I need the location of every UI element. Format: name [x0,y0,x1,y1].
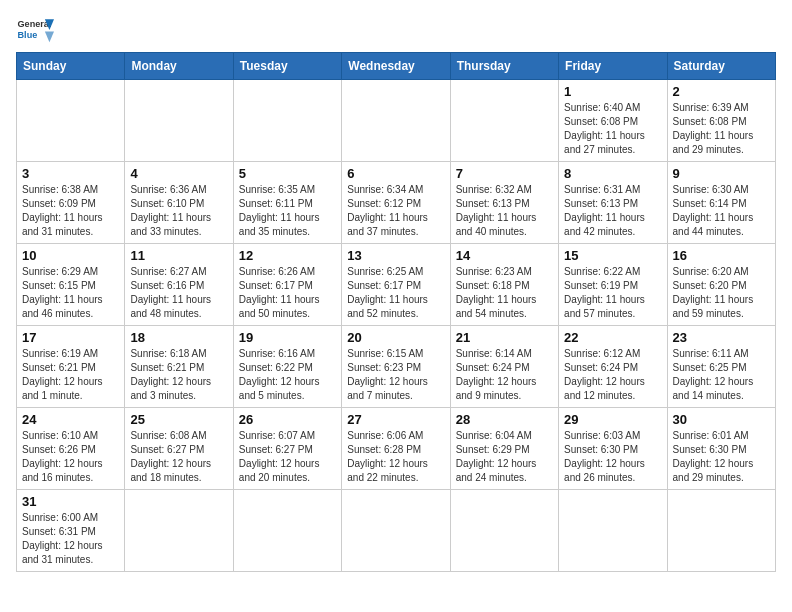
calendar-cell [450,490,558,572]
calendar-cell: 10Sunrise: 6:29 AM Sunset: 6:15 PM Dayli… [17,244,125,326]
day-number: 17 [22,330,119,345]
day-number: 21 [456,330,553,345]
day-header-wednesday: Wednesday [342,53,450,80]
day-info: Sunrise: 6:01 AM Sunset: 6:30 PM Dayligh… [673,429,770,485]
day-info: Sunrise: 6:25 AM Sunset: 6:17 PM Dayligh… [347,265,444,321]
day-number: 8 [564,166,661,181]
calendar-cell: 15Sunrise: 6:22 AM Sunset: 6:19 PM Dayli… [559,244,667,326]
calendar-cell: 18Sunrise: 6:18 AM Sunset: 6:21 PM Dayli… [125,326,233,408]
calendar-cell: 29Sunrise: 6:03 AM Sunset: 6:30 PM Dayli… [559,408,667,490]
calendar-body: 1Sunrise: 6:40 AM Sunset: 6:08 PM Daylig… [17,80,776,572]
calendar: SundayMondayTuesdayWednesdayThursdayFrid… [16,52,776,572]
day-number: 19 [239,330,336,345]
day-info: Sunrise: 6:10 AM Sunset: 6:26 PM Dayligh… [22,429,119,485]
day-header-saturday: Saturday [667,53,775,80]
calendar-cell: 17Sunrise: 6:19 AM Sunset: 6:21 PM Dayli… [17,326,125,408]
calendar-cell [17,80,125,162]
calendar-cell: 26Sunrise: 6:07 AM Sunset: 6:27 PM Dayli… [233,408,341,490]
day-number: 14 [456,248,553,263]
day-info: Sunrise: 6:07 AM Sunset: 6:27 PM Dayligh… [239,429,336,485]
calendar-cell: 24Sunrise: 6:10 AM Sunset: 6:26 PM Dayli… [17,408,125,490]
day-info: Sunrise: 6:11 AM Sunset: 6:25 PM Dayligh… [673,347,770,403]
calendar-cell: 21Sunrise: 6:14 AM Sunset: 6:24 PM Dayli… [450,326,558,408]
calendar-cell: 25Sunrise: 6:08 AM Sunset: 6:27 PM Dayli… [125,408,233,490]
day-info: Sunrise: 6:32 AM Sunset: 6:13 PM Dayligh… [456,183,553,239]
day-number: 29 [564,412,661,427]
calendar-cell [125,490,233,572]
day-info: Sunrise: 6:39 AM Sunset: 6:08 PM Dayligh… [673,101,770,157]
day-info: Sunrise: 6:26 AM Sunset: 6:17 PM Dayligh… [239,265,336,321]
calendar-cell: 22Sunrise: 6:12 AM Sunset: 6:24 PM Dayli… [559,326,667,408]
day-header-monday: Monday [125,53,233,80]
day-number: 6 [347,166,444,181]
calendar-cell: 14Sunrise: 6:23 AM Sunset: 6:18 PM Dayli… [450,244,558,326]
day-info: Sunrise: 6:08 AM Sunset: 6:27 PM Dayligh… [130,429,227,485]
calendar-cell: 1Sunrise: 6:40 AM Sunset: 6:08 PM Daylig… [559,80,667,162]
calendar-cell [559,490,667,572]
calendar-cell: 7Sunrise: 6:32 AM Sunset: 6:13 PM Daylig… [450,162,558,244]
day-info: Sunrise: 6:40 AM Sunset: 6:08 PM Dayligh… [564,101,661,157]
calendar-cell [342,80,450,162]
day-info: Sunrise: 6:14 AM Sunset: 6:24 PM Dayligh… [456,347,553,403]
day-info: Sunrise: 6:23 AM Sunset: 6:18 PM Dayligh… [456,265,553,321]
calendar-cell [667,490,775,572]
day-header-friday: Friday [559,53,667,80]
header: General Blue [16,16,776,44]
day-info: Sunrise: 6:31 AM Sunset: 6:13 PM Dayligh… [564,183,661,239]
day-number: 18 [130,330,227,345]
day-number: 15 [564,248,661,263]
day-info: Sunrise: 6:00 AM Sunset: 6:31 PM Dayligh… [22,511,119,567]
day-number: 22 [564,330,661,345]
day-number: 30 [673,412,770,427]
day-number: 23 [673,330,770,345]
day-number: 11 [130,248,227,263]
day-info: Sunrise: 6:34 AM Sunset: 6:12 PM Dayligh… [347,183,444,239]
day-info: Sunrise: 6:30 AM Sunset: 6:14 PM Dayligh… [673,183,770,239]
calendar-cell: 13Sunrise: 6:25 AM Sunset: 6:17 PM Dayli… [342,244,450,326]
calendar-header: SundayMondayTuesdayWednesdayThursdayFrid… [17,53,776,80]
day-info: Sunrise: 6:19 AM Sunset: 6:21 PM Dayligh… [22,347,119,403]
calendar-cell: 4Sunrise: 6:36 AM Sunset: 6:10 PM Daylig… [125,162,233,244]
day-number: 27 [347,412,444,427]
calendar-cell [233,80,341,162]
calendar-cell: 20Sunrise: 6:15 AM Sunset: 6:23 PM Dayli… [342,326,450,408]
day-info: Sunrise: 6:16 AM Sunset: 6:22 PM Dayligh… [239,347,336,403]
day-info: Sunrise: 6:27 AM Sunset: 6:16 PM Dayligh… [130,265,227,321]
calendar-cell: 5Sunrise: 6:35 AM Sunset: 6:11 PM Daylig… [233,162,341,244]
calendar-cell: 6Sunrise: 6:34 AM Sunset: 6:12 PM Daylig… [342,162,450,244]
day-info: Sunrise: 6:04 AM Sunset: 6:29 PM Dayligh… [456,429,553,485]
calendar-cell: 12Sunrise: 6:26 AM Sunset: 6:17 PM Dayli… [233,244,341,326]
day-info: Sunrise: 6:03 AM Sunset: 6:30 PM Dayligh… [564,429,661,485]
day-number: 5 [239,166,336,181]
calendar-cell: 23Sunrise: 6:11 AM Sunset: 6:25 PM Dayli… [667,326,775,408]
calendar-cell: 3Sunrise: 6:38 AM Sunset: 6:09 PM Daylig… [17,162,125,244]
day-number: 1 [564,84,661,99]
calendar-cell: 28Sunrise: 6:04 AM Sunset: 6:29 PM Dayli… [450,408,558,490]
day-number: 20 [347,330,444,345]
calendar-cell [342,490,450,572]
svg-marker-3 [45,32,54,43]
day-info: Sunrise: 6:15 AM Sunset: 6:23 PM Dayligh… [347,347,444,403]
day-info: Sunrise: 6:38 AM Sunset: 6:09 PM Dayligh… [22,183,119,239]
logo: General Blue [16,16,54,44]
day-header-tuesday: Tuesday [233,53,341,80]
day-number: 12 [239,248,336,263]
day-number: 13 [347,248,444,263]
day-number: 9 [673,166,770,181]
day-info: Sunrise: 6:36 AM Sunset: 6:10 PM Dayligh… [130,183,227,239]
day-number: 7 [456,166,553,181]
day-number: 25 [130,412,227,427]
calendar-cell: 27Sunrise: 6:06 AM Sunset: 6:28 PM Dayli… [342,408,450,490]
day-info: Sunrise: 6:18 AM Sunset: 6:21 PM Dayligh… [130,347,227,403]
calendar-cell: 11Sunrise: 6:27 AM Sunset: 6:16 PM Dayli… [125,244,233,326]
day-number: 31 [22,494,119,509]
day-info: Sunrise: 6:29 AM Sunset: 6:15 PM Dayligh… [22,265,119,321]
day-number: 28 [456,412,553,427]
svg-text:Blue: Blue [18,30,38,40]
calendar-cell: 31Sunrise: 6:00 AM Sunset: 6:31 PM Dayli… [17,490,125,572]
day-info: Sunrise: 6:06 AM Sunset: 6:28 PM Dayligh… [347,429,444,485]
day-number: 10 [22,248,119,263]
calendar-cell: 16Sunrise: 6:20 AM Sunset: 6:20 PM Dayli… [667,244,775,326]
day-number: 24 [22,412,119,427]
calendar-cell [125,80,233,162]
